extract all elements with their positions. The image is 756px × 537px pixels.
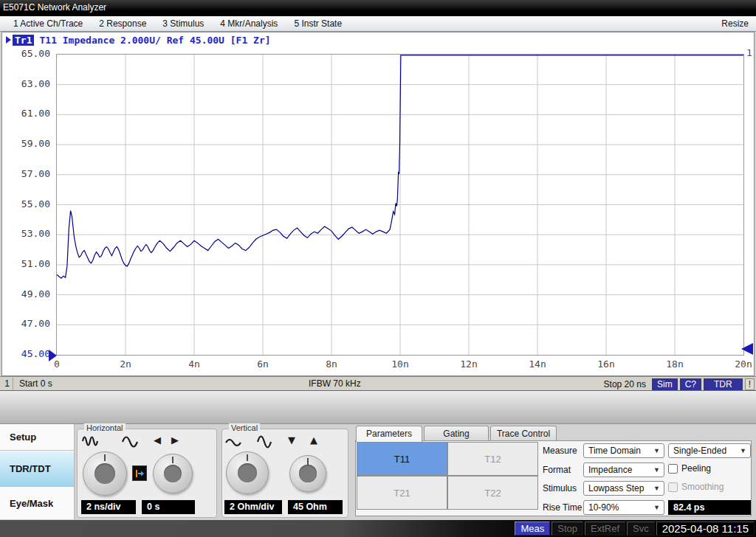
topology-value: Single-Ended <box>673 446 726 456</box>
rise-time-value: 10-90% <box>588 502 619 513</box>
topology-dropdown-icon: ▼ <box>740 444 746 457</box>
start-value-label[interactable]: Start 0 s <box>19 378 52 389</box>
param-t11-button[interactable]: T11 <box>357 442 447 476</box>
sweep-position-marker-icon <box>741 343 753 355</box>
format-label: Format <box>543 465 571 475</box>
topology-dropdown[interactable]: Single-Ended ▼ <box>668 443 751 458</box>
marker-to-reference-button[interactable] <box>132 465 147 481</box>
scroll-right-icon: ▶ <box>171 434 179 446</box>
param-t12-button[interactable]: T12 <box>447 442 538 476</box>
ifbw-value-label[interactable]: IFBW 70 kHz <box>309 378 361 389</box>
stop-status-badge: Stop <box>551 522 583 536</box>
sidebar-item-eye-mask[interactable]: Eye/Mask <box>0 488 74 519</box>
x-axis-tick-label: 10n <box>391 358 408 370</box>
trace-plot-svg <box>57 55 743 355</box>
menu-active-ch-trace[interactable]: 1 Active Ch/Trace <box>10 18 86 30</box>
menu-response[interactable]: 2 Response <box>96 18 149 30</box>
menu-mkr-analysis[interactable]: 4 Mkr/Analysis <box>217 18 281 30</box>
tdr-status-badge: TDR <box>704 378 743 390</box>
trace-number-indicator: 1 <box>746 47 752 58</box>
vertical-scale-knob[interactable] <box>226 451 269 494</box>
horizontal-position-knob[interactable] <box>153 454 193 493</box>
stimulus-value: Lowpass Step <box>588 483 644 493</box>
rise-time-display: 82.4 ps <box>668 500 751 515</box>
vertical-position-knob[interactable] <box>289 455 326 492</box>
smoothing-checkbox <box>668 482 678 492</box>
x-axis-tick-label: 16n <box>597 358 614 370</box>
svc-status-badge: Svc <box>627 522 655 536</box>
x-axis-tick-label: 4n <box>188 358 200 370</box>
alert-status-badge: ! <box>745 378 755 390</box>
tab-gating[interactable]: Gating <box>424 426 489 441</box>
vertical-group-label: Vertical <box>229 423 260 432</box>
measure-value: Time Domain <box>588 446 641 456</box>
measure-dropdown[interactable]: Time Domain ▼ <box>583 443 664 458</box>
param-t22-button[interactable]: T22 <box>447 476 538 510</box>
channel-number: 1 <box>1 378 13 390</box>
window-title: E5071C Network Analyzer <box>3 2 106 13</box>
rise-time-dropdown[interactable]: 10-90% ▼ <box>583 500 664 515</box>
vertical-scale-display: 2 Ohm/div <box>224 500 282 514</box>
active-trace-marker-icon <box>6 36 11 44</box>
y-axis-tick-label: 57.00 <box>4 168 50 179</box>
extref-status-badge: ExtRef <box>585 522 625 536</box>
trace1-settings-text[interactable]: T11 Impedance 2.000U/ Ref 45.00U [F1 Zr] <box>39 35 270 46</box>
x-axis-tick-label: 14n <box>529 358 546 370</box>
peeling-checkbox[interactable] <box>668 464 678 474</box>
bar-arrow-icon <box>134 468 145 479</box>
measure-dropdown-icon: ▼ <box>653 444 660 457</box>
eye-mask-label: Eye/Mask <box>10 498 53 509</box>
plot-area[interactable] <box>56 54 744 356</box>
tab-gating-label: Gating <box>443 429 469 439</box>
peeling-label: Peeling <box>681 463 711 474</box>
small-amplitude-wave-icon <box>224 437 242 448</box>
menu-stimulus[interactable]: 3 Stimulus <box>159 18 207 30</box>
datetime-display: 2025-04-08 11:15 <box>656 522 755 536</box>
window-title-bar[interactable]: E5071C Network Analyzer <box>0 0 756 16</box>
sidebar-item-tdr-tdt[interactable]: TDR/TDT <box>0 451 74 487</box>
y-axis-tick-label: 51.00 <box>4 258 50 269</box>
stimulus-dropdown-icon: ▼ <box>653 482 660 495</box>
scale-up-icon: ▲ <box>310 434 317 446</box>
y-axis-tick-label: 47.00 <box>4 318 50 329</box>
trace1-badge[interactable]: Tr1 <box>13 35 34 46</box>
menu-bar: 1 Active Ch/Trace 2 Response 3 Stimulus … <box>0 16 756 32</box>
x-axis-tick-label: 20n <box>735 358 752 370</box>
tab-parameters[interactable]: Parameters <box>356 426 422 442</box>
y-axis-tick-label: 45.00 <box>4 348 50 359</box>
horizontal-scale-knob[interactable] <box>83 451 127 496</box>
x-axis-tick-label: 18n <box>666 358 683 370</box>
tab-parameters-label: Parameters <box>366 429 412 439</box>
scroll-left-icon: ◀ <box>154 434 161 446</box>
sidebar-item-setup[interactable]: Setup <box>0 424 74 451</box>
stimulus-dropdown[interactable]: Lowpass Step ▼ <box>583 481 664 496</box>
sim-status-badge: Sim <box>652 378 678 390</box>
y-axis-tick-label: 53.00 <box>4 228 50 239</box>
y-axis-tick-label: 61.00 <box>4 108 50 119</box>
y-axis-tick-label: 65.00 <box>4 48 50 59</box>
y-axis-tick-label: 63.00 <box>4 78 50 89</box>
format-value: Impedance <box>588 465 632 475</box>
param-t21-button[interactable]: T21 <box>357 476 447 510</box>
y-axis-tick-label: 59.00 <box>4 138 50 149</box>
large-amplitude-wave-icon <box>256 434 272 450</box>
channel-status-bar: 1 Start 0 s IFBW 70 kHz Stop 20 ns Sim C… <box>0 376 756 391</box>
scale-down-icon: ▼ <box>288 434 295 446</box>
x-axis-tick-label: 2n <box>120 358 131 370</box>
peeling-checkbox-row: Peeling <box>668 463 711 474</box>
instrument-status-bar: Meas Stop ExtRef Svc 2025-04-08 11:15 <box>0 520 756 537</box>
single-cycle-wave-icon <box>121 434 139 449</box>
application-window: E5071C Network Analyzer 1 Active Ch/Trac… <box>0 0 756 537</box>
x-axis-tick-label: 6n <box>257 358 269 370</box>
format-dropdown[interactable]: Impedance ▼ <box>583 462 664 477</box>
menu-resize[interactable]: Resize <box>721 18 749 29</box>
parameter-matrix: T11 T12 T21 T22 <box>357 442 538 510</box>
tdr-tdt-label: TDR/TDT <box>10 463 51 474</box>
tab-trace-control[interactable]: Trace Control <box>490 426 557 441</box>
stop-value-label[interactable]: Stop 20 ns <box>604 379 646 389</box>
multi-cycle-wave-icon <box>81 434 100 448</box>
reference-level-marker-icon[interactable] <box>49 350 57 361</box>
horizontal-scale-display: 2 ns/div <box>81 500 136 514</box>
rise-time-dropdown-icon: ▼ <box>653 501 660 514</box>
menu-instr-state[interactable]: 5 Instr State <box>291 18 345 30</box>
